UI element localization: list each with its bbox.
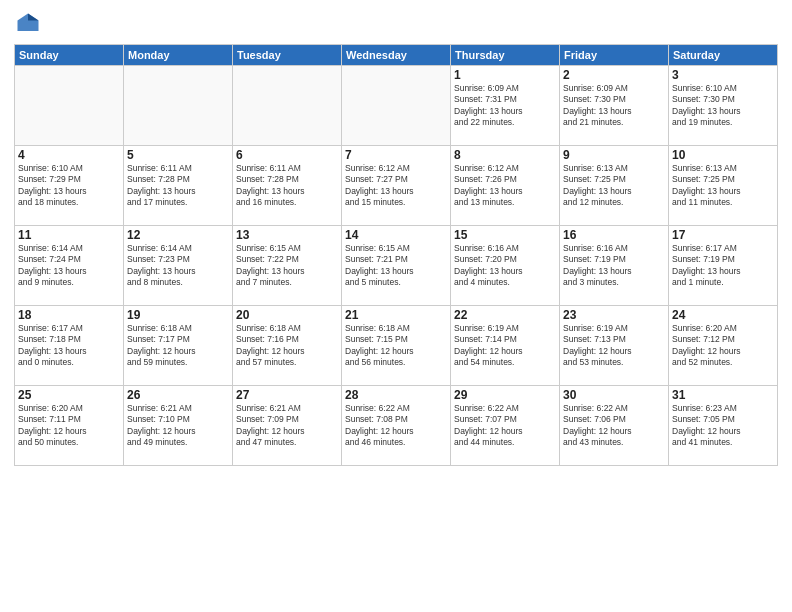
- col-header-friday: Friday: [560, 45, 669, 66]
- day-number: 3: [672, 68, 774, 82]
- calendar-cell: 7Sunrise: 6:12 AM Sunset: 7:27 PM Daylig…: [342, 146, 451, 226]
- calendar-cell: 27Sunrise: 6:21 AM Sunset: 7:09 PM Dayli…: [233, 386, 342, 466]
- day-info: Sunrise: 6:11 AM Sunset: 7:28 PM Dayligh…: [236, 163, 338, 209]
- calendar-cell: 5Sunrise: 6:11 AM Sunset: 7:28 PM Daylig…: [124, 146, 233, 226]
- day-number: 6: [236, 148, 338, 162]
- calendar-week-5: 25Sunrise: 6:20 AM Sunset: 7:11 PM Dayli…: [15, 386, 778, 466]
- calendar-cell: 24Sunrise: 6:20 AM Sunset: 7:12 PM Dayli…: [669, 306, 778, 386]
- calendar-cell: 1Sunrise: 6:09 AM Sunset: 7:31 PM Daylig…: [451, 66, 560, 146]
- col-header-saturday: Saturday: [669, 45, 778, 66]
- day-info: Sunrise: 6:22 AM Sunset: 7:07 PM Dayligh…: [454, 403, 556, 449]
- day-number: 7: [345, 148, 447, 162]
- day-number: 21: [345, 308, 447, 322]
- day-number: 11: [18, 228, 120, 242]
- calendar-cell: 28Sunrise: 6:22 AM Sunset: 7:08 PM Dayli…: [342, 386, 451, 466]
- calendar-cell: 26Sunrise: 6:21 AM Sunset: 7:10 PM Dayli…: [124, 386, 233, 466]
- day-number: 25: [18, 388, 120, 402]
- calendar-table: SundayMondayTuesdayWednesdayThursdayFrid…: [14, 44, 778, 466]
- day-number: 9: [563, 148, 665, 162]
- calendar-cell: 11Sunrise: 6:14 AM Sunset: 7:24 PM Dayli…: [15, 226, 124, 306]
- day-info: Sunrise: 6:09 AM Sunset: 7:31 PM Dayligh…: [454, 83, 556, 129]
- calendar-cell: 18Sunrise: 6:17 AM Sunset: 7:18 PM Dayli…: [15, 306, 124, 386]
- calendar-cell: [15, 66, 124, 146]
- calendar-cell: 2Sunrise: 6:09 AM Sunset: 7:30 PM Daylig…: [560, 66, 669, 146]
- calendar-cell: 14Sunrise: 6:15 AM Sunset: 7:21 PM Dayli…: [342, 226, 451, 306]
- day-info: Sunrise: 6:13 AM Sunset: 7:25 PM Dayligh…: [563, 163, 665, 209]
- calendar-cell: 25Sunrise: 6:20 AM Sunset: 7:11 PM Dayli…: [15, 386, 124, 466]
- day-number: 18: [18, 308, 120, 322]
- day-number: 19: [127, 308, 229, 322]
- day-number: 2: [563, 68, 665, 82]
- day-number: 15: [454, 228, 556, 242]
- svg-marker-1: [28, 14, 39, 21]
- calendar-week-4: 18Sunrise: 6:17 AM Sunset: 7:18 PM Dayli…: [15, 306, 778, 386]
- calendar-cell: 12Sunrise: 6:14 AM Sunset: 7:23 PM Dayli…: [124, 226, 233, 306]
- day-number: 22: [454, 308, 556, 322]
- calendar-cell: 16Sunrise: 6:16 AM Sunset: 7:19 PM Dayli…: [560, 226, 669, 306]
- day-info: Sunrise: 6:14 AM Sunset: 7:23 PM Dayligh…: [127, 243, 229, 289]
- day-number: 31: [672, 388, 774, 402]
- day-number: 4: [18, 148, 120, 162]
- logo: [14, 10, 46, 38]
- day-number: 5: [127, 148, 229, 162]
- calendar-header-row: SundayMondayTuesdayWednesdayThursdayFrid…: [15, 45, 778, 66]
- day-info: Sunrise: 6:17 AM Sunset: 7:19 PM Dayligh…: [672, 243, 774, 289]
- calendar-cell: 15Sunrise: 6:16 AM Sunset: 7:20 PM Dayli…: [451, 226, 560, 306]
- calendar-cell: 30Sunrise: 6:22 AM Sunset: 7:06 PM Dayli…: [560, 386, 669, 466]
- calendar-week-3: 11Sunrise: 6:14 AM Sunset: 7:24 PM Dayli…: [15, 226, 778, 306]
- day-info: Sunrise: 6:09 AM Sunset: 7:30 PM Dayligh…: [563, 83, 665, 129]
- calendar-cell: 22Sunrise: 6:19 AM Sunset: 7:14 PM Dayli…: [451, 306, 560, 386]
- col-header-monday: Monday: [124, 45, 233, 66]
- col-header-thursday: Thursday: [451, 45, 560, 66]
- day-info: Sunrise: 6:21 AM Sunset: 7:09 PM Dayligh…: [236, 403, 338, 449]
- calendar-cell: [233, 66, 342, 146]
- day-info: Sunrise: 6:18 AM Sunset: 7:15 PM Dayligh…: [345, 323, 447, 369]
- day-info: Sunrise: 6:12 AM Sunset: 7:26 PM Dayligh…: [454, 163, 556, 209]
- day-info: Sunrise: 6:12 AM Sunset: 7:27 PM Dayligh…: [345, 163, 447, 209]
- calendar-week-1: 1Sunrise: 6:09 AM Sunset: 7:31 PM Daylig…: [15, 66, 778, 146]
- day-info: Sunrise: 6:16 AM Sunset: 7:19 PM Dayligh…: [563, 243, 665, 289]
- day-info: Sunrise: 6:18 AM Sunset: 7:16 PM Dayligh…: [236, 323, 338, 369]
- logo-icon: [14, 10, 42, 38]
- day-info: Sunrise: 6:17 AM Sunset: 7:18 PM Dayligh…: [18, 323, 120, 369]
- calendar-cell: 17Sunrise: 6:17 AM Sunset: 7:19 PM Dayli…: [669, 226, 778, 306]
- day-number: 8: [454, 148, 556, 162]
- day-info: Sunrise: 6:23 AM Sunset: 7:05 PM Dayligh…: [672, 403, 774, 449]
- day-info: Sunrise: 6:20 AM Sunset: 7:11 PM Dayligh…: [18, 403, 120, 449]
- calendar-cell: 19Sunrise: 6:18 AM Sunset: 7:17 PM Dayli…: [124, 306, 233, 386]
- day-info: Sunrise: 6:15 AM Sunset: 7:22 PM Dayligh…: [236, 243, 338, 289]
- calendar-cell: 10Sunrise: 6:13 AM Sunset: 7:25 PM Dayli…: [669, 146, 778, 226]
- calendar-cell: 3Sunrise: 6:10 AM Sunset: 7:30 PM Daylig…: [669, 66, 778, 146]
- day-info: Sunrise: 6:15 AM Sunset: 7:21 PM Dayligh…: [345, 243, 447, 289]
- page: SundayMondayTuesdayWednesdayThursdayFrid…: [0, 0, 792, 612]
- day-info: Sunrise: 6:19 AM Sunset: 7:14 PM Dayligh…: [454, 323, 556, 369]
- day-info: Sunrise: 6:22 AM Sunset: 7:06 PM Dayligh…: [563, 403, 665, 449]
- calendar-cell: 23Sunrise: 6:19 AM Sunset: 7:13 PM Dayli…: [560, 306, 669, 386]
- calendar-week-2: 4Sunrise: 6:10 AM Sunset: 7:29 PM Daylig…: [15, 146, 778, 226]
- calendar-cell: 21Sunrise: 6:18 AM Sunset: 7:15 PM Dayli…: [342, 306, 451, 386]
- day-number: 17: [672, 228, 774, 242]
- day-info: Sunrise: 6:10 AM Sunset: 7:30 PM Dayligh…: [672, 83, 774, 129]
- calendar-cell: 8Sunrise: 6:12 AM Sunset: 7:26 PM Daylig…: [451, 146, 560, 226]
- calendar-cell: 13Sunrise: 6:15 AM Sunset: 7:22 PM Dayli…: [233, 226, 342, 306]
- calendar-cell: 4Sunrise: 6:10 AM Sunset: 7:29 PM Daylig…: [15, 146, 124, 226]
- col-header-sunday: Sunday: [15, 45, 124, 66]
- calendar-cell: 29Sunrise: 6:22 AM Sunset: 7:07 PM Dayli…: [451, 386, 560, 466]
- day-number: 23: [563, 308, 665, 322]
- day-number: 14: [345, 228, 447, 242]
- calendar-cell: [342, 66, 451, 146]
- day-number: 30: [563, 388, 665, 402]
- day-info: Sunrise: 6:11 AM Sunset: 7:28 PM Dayligh…: [127, 163, 229, 209]
- day-number: 1: [454, 68, 556, 82]
- day-number: 29: [454, 388, 556, 402]
- day-number: 10: [672, 148, 774, 162]
- day-number: 20: [236, 308, 338, 322]
- calendar-cell: 20Sunrise: 6:18 AM Sunset: 7:16 PM Dayli…: [233, 306, 342, 386]
- calendar-cell: [124, 66, 233, 146]
- day-info: Sunrise: 6:16 AM Sunset: 7:20 PM Dayligh…: [454, 243, 556, 289]
- calendar-cell: 9Sunrise: 6:13 AM Sunset: 7:25 PM Daylig…: [560, 146, 669, 226]
- header: [14, 10, 778, 38]
- col-header-tuesday: Tuesday: [233, 45, 342, 66]
- day-number: 12: [127, 228, 229, 242]
- day-number: 26: [127, 388, 229, 402]
